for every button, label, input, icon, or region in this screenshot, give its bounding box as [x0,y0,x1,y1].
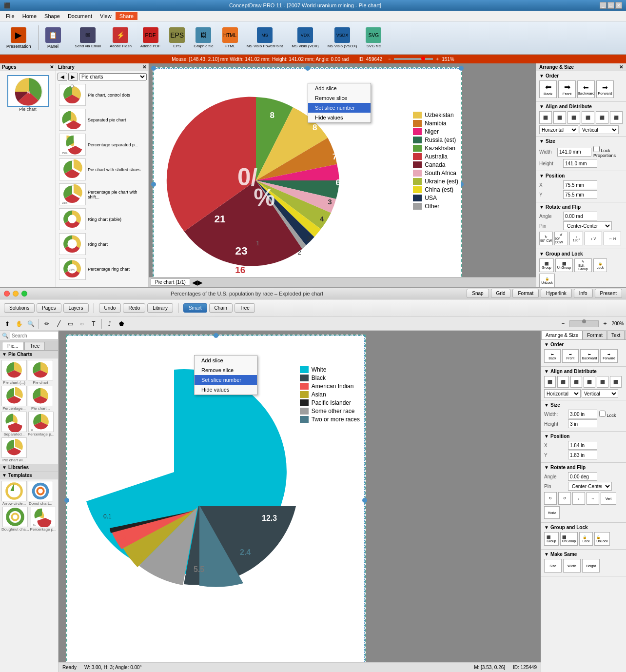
snap-button[interactable]: Snap [467,289,489,298]
zoom-tool[interactable]: 🔍 [25,318,36,329]
text-tool[interactable]: T [88,318,99,329]
page-thumbnail[interactable]: % [7,75,49,107]
bottom-handle-e[interactable] [362,498,367,503]
arrange-close[interactable]: ✕ [619,64,623,70]
pencil-tool[interactable]: ✏ [41,318,52,329]
bottom-size-title[interactable]: ▼Size [544,402,623,408]
align-left[interactable]: ⬛ [539,111,552,124]
lock-checkbox[interactable] [593,146,600,152]
forward-button[interactable]: ➡ Forward [596,80,614,98]
lib-mini-thumb-5[interactable] [1,412,27,432]
bottom-front[interactable]: ➡Front [562,349,579,363]
bottom-align-title[interactable]: ▼Align and Distribute [544,369,623,374]
b-v-align-select[interactable]: Vertical [582,389,618,398]
lib-item-4[interactable]: Pie chart with shifted slices [56,157,148,182]
lib-next[interactable]: ▶ [68,73,78,81]
lib-item-8[interactable]: 75% Percentage ring chart [56,257,148,281]
handle-ne[interactable] [459,66,464,71]
height-input[interactable] [563,159,597,168]
b-y-input[interactable] [568,451,597,459]
pages-button[interactable]: Pages [37,303,61,313]
flip-horizontal[interactable]: ↔ H [604,232,621,245]
handle-n[interactable] [305,66,310,71]
tab-pic[interactable]: Pic... [2,342,23,350]
b-same-size[interactable]: Size [544,559,562,573]
tab-format[interactable]: Format [583,331,607,339]
lib-item-1[interactable]: Pie chart, control dots [56,82,148,107]
shape-tool[interactable]: ⬟ [116,318,127,329]
position-title[interactable]: ▼Position [539,173,623,178]
select-tool[interactable]: ⬆ [2,318,13,329]
lib-item-5[interactable]: 23% Percentage pie chart with shift... [56,182,148,207]
close-button[interactable]: ✕ [615,2,622,9]
menu-share[interactable]: Share [116,12,137,20]
eps-button[interactable]: EPS EPS [166,25,188,51]
lib-prev[interactable]: ◀ [58,73,67,81]
connect-tool[interactable]: ⤴ [104,318,115,329]
tmpl-thumb-1[interactable] [1,481,27,501]
bottom-handle-w[interactable] [64,498,69,503]
back-button[interactable]: ⬅ Back [539,80,557,98]
lib-mini-thumb-3[interactable] [1,386,27,406]
bottom-handle-n[interactable] [214,333,218,338]
b-align-center[interactable]: ⬛ [557,376,569,388]
present-button[interactable]: Present [595,289,622,298]
rotate-180[interactable]: ↕180° [569,232,583,245]
b-pin-select[interactable]: Center-Center [568,482,612,491]
ctx-add-slice[interactable]: Add slice [308,83,371,93]
layers-button[interactable]: Layers [63,303,89,313]
chain-button[interactable]: Chain [209,303,233,313]
lib-mini-thumb-6[interactable]: % [28,412,54,432]
rect-tool[interactable]: ▭ [65,318,76,329]
solutions-button[interactable]: Solutions [4,303,35,313]
b-rot-90ccw[interactable]: ↺ [558,492,571,505]
tmpl-thumb-2[interactable] [28,481,53,501]
hand-tool[interactable]: ✋ [14,318,24,329]
ms-visio-ppt-button[interactable]: MS MS Visio PowerPoint [243,25,287,51]
library-dropdown[interactable]: Pie charts [79,73,147,80]
canvas-tab-next[interactable]: ▶ [197,278,203,286]
html-button[interactable]: HTML HTML [219,25,241,51]
menu-file[interactable]: File [2,12,19,20]
search-input[interactable] [10,332,59,339]
adobe-flash-button[interactable]: ⚡ Adobe Flash [106,25,135,51]
tmpl-thumb-4[interactable]: % [31,507,56,527]
ellipse-tool[interactable]: ○ [77,318,87,329]
backward-button[interactable]: ⬅ Backward [577,80,595,98]
bottom-order-title[interactable]: ▼Order [544,342,623,347]
y-input[interactable] [563,190,597,199]
b-x-input[interactable] [568,441,597,450]
size-title[interactable]: ▼Size [539,138,623,144]
b-align-top[interactable]: ⬛ [584,376,595,388]
flip-vertical[interactable]: ↕ V [585,232,602,245]
lib-mini-thumb-1[interactable] [1,360,27,380]
front-button[interactable]: ➡ Front [558,80,576,98]
align-top[interactable]: ⬛ [582,111,594,124]
info-button[interactable]: Info [574,289,593,298]
b-lock-checkbox[interactable] [599,411,606,417]
b-rot-180[interactable]: ↕ [572,492,585,505]
ungroup-btn[interactable]: ⬛UnGroup [555,258,573,272]
zoom-in-icon[interactable]: ＋ [435,56,440,62]
align-center[interactable]: ⬛ [553,111,566,124]
zoom-in-tool[interactable]: ＋ [600,318,610,329]
undo-button[interactable]: Undo [99,303,121,313]
width-input[interactable] [557,148,591,157]
zoom-out-tool[interactable]: － [558,318,568,329]
b-align-right[interactable]: ⬛ [570,376,582,388]
lib-item-3[interactable]: 75% Percentage separated p... [56,132,148,157]
format-button[interactable]: Format [512,289,539,298]
b-vert[interactable]: Vert [601,492,616,505]
pin-select[interactable]: Center-Center [563,221,612,230]
canvas-tab-active[interactable]: Pie chart (1/1) [151,278,190,286]
b-h-align-select[interactable]: Horizontal [544,389,581,398]
b-height-input[interactable] [568,419,597,428]
group-title[interactable]: ▼Group and Lock [539,251,623,257]
b-same-height[interactable]: Height [582,559,600,573]
grid-button[interactable]: Grid [491,289,511,298]
mac-close-btn[interactable] [4,291,10,296]
bottom-back[interactable]: ⬅Back [544,349,561,363]
bottom-backward[interactable]: ⬅Backward [580,349,599,363]
ms-visio-vsdx-button[interactable]: VSDX MS Visio (VSDX) [324,25,361,51]
ctx-bottom-hide[interactable]: Hide values [195,385,257,395]
